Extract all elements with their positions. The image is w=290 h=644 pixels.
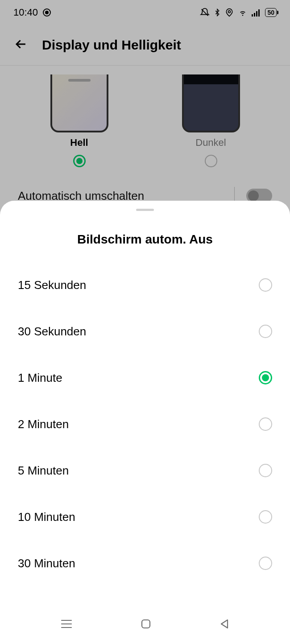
timeout-option-radio[interactable] [259,325,272,338]
svg-rect-6 [258,9,260,17]
sheet-title: Bildschirm autom. Aus [18,232,272,247]
timeout-option[interactable]: 2 Minuten [18,401,272,447]
bluetooth-icon [213,8,221,17]
timeout-option-radio[interactable] [259,417,272,431]
page-title: Display und Helligkeit [42,37,181,53]
battery-icon: 50 [265,8,277,17]
recents-button[interactable] [61,619,72,631]
header: Display und Helligkeit [0,25,290,65]
timeout-option-radio[interactable] [259,510,272,524]
screen-timeout-sheet: Bildschirm autom. Aus 15 Sekunden30 Seku… [0,201,290,644]
timeout-option-label: 30 Minuten [18,557,75,570]
status-time: 10:40 [13,7,38,18]
light-theme-preview-icon [50,74,108,132]
status-bar: 10:40 50 [0,0,290,25]
timeout-option[interactable]: 30 Sekunden [18,308,272,355]
notification-dot-icon [42,8,51,17]
theme-label-light: Hell [70,137,88,149]
svg-point-2 [228,11,231,13]
theme-label-dark: Dunkel [195,137,226,149]
theme-option-light[interactable]: Hell [50,74,108,167]
dark-theme-preview-icon [182,74,240,132]
drag-handle-icon[interactable] [136,209,154,211]
theme-radio-light[interactable] [73,155,86,167]
timeout-option[interactable]: 10 Minuten [18,494,272,540]
timeout-option-radio[interactable] [259,278,272,292]
timeout-option[interactable]: 15 Sekunden [18,262,272,308]
wifi-icon [237,8,248,17]
signal-icon [252,8,261,17]
theme-option-dark[interactable]: Dunkel [182,74,240,167]
theme-radio-dark[interactable] [205,155,217,167]
location-icon [225,8,234,17]
svg-rect-3 [252,14,253,17]
timeout-option-label: 1 Minute [18,371,62,385]
timeout-option-label: 15 Sekunden [18,278,86,292]
svg-rect-4 [254,13,255,17]
timeout-option[interactable]: 1 Minute [18,355,272,401]
timeout-option-radio[interactable] [259,557,272,570]
back-arrow-icon[interactable] [13,37,29,54]
timeout-option-label: 10 Minuten [18,510,75,524]
home-button[interactable] [141,619,151,631]
settings-content: Hell Dunkel Automatisch umschalten [0,65,290,223]
navigation-bar [0,606,290,644]
back-button[interactable] [220,619,229,631]
svg-rect-5 [256,11,257,17]
timeout-option[interactable]: 5 Minuten [18,447,272,494]
timeout-option-label: 30 Sekunden [18,325,86,339]
timeout-option-label: 2 Minuten [18,417,69,431]
timeout-option-label: 5 Minuten [18,464,69,478]
svg-rect-10 [142,620,150,628]
svg-point-1 [45,11,49,14]
dnd-icon [200,8,210,17]
timeout-option[interactable]: 30 Minuten [18,540,272,586]
timeout-option-radio[interactable] [259,371,272,384]
timeout-option-radio[interactable] [259,464,272,477]
